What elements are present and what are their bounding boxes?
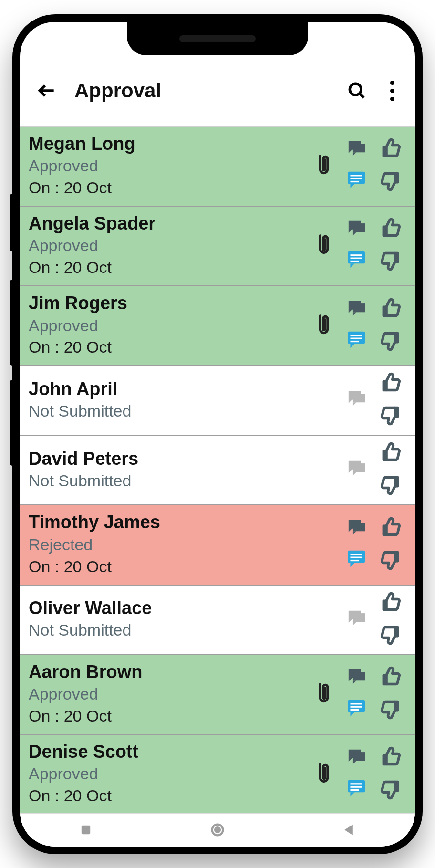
row-info: John AprilNot Submitted — [29, 378, 307, 422]
comment-dark-icon[interactable] — [347, 518, 368, 539]
svg-rect-17 — [353, 463, 365, 472]
svg-rect-28 — [350, 709, 359, 711]
comment-blue-icon[interactable] — [347, 779, 368, 800]
approval-row[interactable]: Timothy JamesRejectedOn : 20 Oct — [20, 505, 415, 585]
thumbs-column — [374, 666, 407, 722]
thumb-down-button[interactable] — [380, 625, 401, 648]
thumb-up-button[interactable] — [380, 746, 401, 769]
phone-side-button — [10, 194, 15, 251]
thumb-down-button[interactable] — [380, 475, 401, 498]
comment-dark-icon[interactable] — [347, 748, 368, 769]
status-text: Not Submitted — [29, 470, 307, 492]
dot-icon — [390, 89, 394, 93]
approval-row[interactable]: Oliver WallaceNot Submitted — [20, 586, 415, 655]
svg-rect-14 — [350, 337, 362, 339]
row-info: Denise ScottApprovedOn : 20 Oct — [29, 741, 307, 807]
comment-dark-icon[interactable] — [347, 459, 368, 480]
thumb-up-button[interactable] — [380, 666, 401, 689]
approval-row[interactable]: Angela SpaderApprovedOn : 20 Oct — [20, 207, 415, 286]
comment-dark-icon[interactable] — [347, 668, 368, 689]
thumb-up-button[interactable] — [380, 372, 401, 395]
dot-icon — [390, 81, 394, 85]
date-text: On : 20 Oct — [29, 556, 307, 578]
svg-rect-16 — [353, 394, 365, 402]
person-name: John April — [29, 378, 307, 401]
comment-dark-icon[interactable] — [347, 389, 368, 410]
svg-rect-22 — [350, 560, 359, 561]
thumb-up-button[interactable] — [380, 516, 401, 539]
thumb-down-button[interactable] — [380, 251, 401, 273]
comment-dark-icon[interactable] — [347, 609, 368, 630]
svg-rect-13 — [350, 335, 362, 336]
thumb-down-button[interactable] — [380, 779, 401, 802]
approval-row[interactable]: Denise ScottApprovedOn : 20 Oct — [20, 735, 415, 815]
comments-column — [341, 299, 374, 352]
approval-row[interactable]: Megan LongApprovedOn : 20 Oct — [20, 127, 415, 207]
thumbs-column — [374, 591, 407, 648]
svg-rect-29 — [353, 752, 365, 761]
search-button[interactable] — [342, 75, 372, 106]
svg-rect-3 — [350, 175, 362, 176]
svg-rect-15 — [350, 341, 359, 342]
svg-rect-5 — [350, 181, 359, 182]
thumbs-column — [374, 746, 407, 802]
thumb-up-button[interactable] — [380, 217, 401, 240]
comment-dark-icon[interactable] — [347, 219, 368, 240]
svg-rect-31 — [350, 783, 362, 784]
svg-rect-9 — [350, 258, 362, 259]
comments-column — [341, 518, 374, 571]
approval-row[interactable]: David PetersNot Submitted — [20, 436, 415, 505]
status-text: Not Submitted — [29, 400, 307, 422]
approval-row[interactable]: John AprilNot Submitted — [20, 366, 415, 436]
comment-dark-icon[interactable] — [347, 139, 368, 160]
thumbs-column — [374, 372, 407, 428]
thumb-down-button[interactable] — [380, 550, 401, 573]
screen: Approval Megan LongApprovedOn : 20 OctAn… — [20, 22, 415, 847]
row-info: Megan LongApprovedOn : 20 Oct — [29, 133, 307, 199]
dot-icon — [390, 97, 394, 101]
nav-recent-button[interactable] — [76, 820, 95, 839]
back-button[interactable] — [31, 75, 62, 106]
more-menu-button[interactable] — [381, 81, 404, 101]
comments-column — [341, 609, 374, 630]
comment-blue-icon[interactable] — [347, 550, 368, 571]
thumb-down-button[interactable] — [380, 331, 401, 354]
comments-column — [341, 459, 374, 480]
attachment-button[interactable] — [307, 762, 341, 786]
app-bar: Approval — [20, 55, 415, 127]
speaker — [179, 35, 256, 42]
comment-blue-icon[interactable] — [347, 331, 368, 352]
thumb-down-button[interactable] — [380, 405, 401, 428]
comment-dark-icon[interactable] — [347, 299, 368, 320]
comment-blue-icon[interactable] — [347, 699, 368, 720]
thumb-up-button[interactable] — [380, 591, 401, 614]
comment-blue-icon[interactable] — [347, 251, 368, 272]
thumbs-column — [374, 516, 407, 573]
thumb-up-button[interactable] — [380, 441, 401, 464]
approval-row[interactable]: Jim RogersApprovedOn : 20 Oct — [20, 286, 415, 366]
attachment-button[interactable] — [307, 154, 341, 178]
status-text: Rejected — [29, 534, 307, 556]
thumb-up-button[interactable] — [380, 297, 401, 320]
attachment-button[interactable] — [307, 314, 341, 337]
phone-frame: Approval Megan LongApprovedOn : 20 OctAn… — [12, 14, 423, 854]
svg-rect-1 — [353, 144, 365, 152]
nav-back-button[interactable] — [340, 820, 359, 839]
triangle-left-icon — [341, 822, 357, 838]
svg-rect-24 — [353, 672, 365, 680]
svg-rect-32 — [350, 786, 362, 787]
person-name: Angela Spader — [29, 212, 307, 235]
comment-blue-icon[interactable] — [347, 171, 368, 192]
approval-row[interactable]: Aaron BrownApprovedOn : 20 Oct — [20, 655, 415, 735]
svg-rect-23 — [353, 613, 365, 622]
thumb-down-button[interactable] — [380, 171, 401, 194]
attachment-button[interactable] — [307, 682, 341, 706]
thumb-down-button[interactable] — [380, 699, 401, 722]
person-name: Jim Rogers — [29, 292, 307, 315]
attachment-button[interactable] — [307, 233, 341, 257]
nav-home-button[interactable] — [208, 820, 227, 839]
person-name: Timothy James — [29, 511, 307, 534]
phone-side-button — [10, 280, 15, 366]
thumb-up-button[interactable] — [380, 137, 401, 160]
person-name: Aaron Brown — [29, 661, 307, 684]
